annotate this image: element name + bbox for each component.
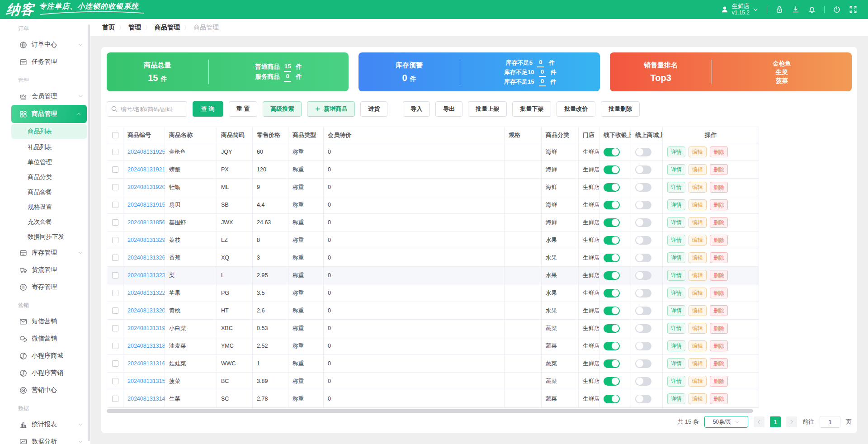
query-button[interactable]: 查 询 [193, 101, 223, 117]
row-checkbox[interactable] [112, 166, 118, 173]
sidebar-subitem-unit-management[interactable]: 单位管理 [0, 155, 90, 170]
product-code-link[interactable]: 20240813192122 [127, 166, 165, 173]
detail-row-button[interactable]: 详情 [667, 164, 685, 175]
edit-row-button[interactable]: 编辑 [689, 252, 707, 263]
sidebar-subitem-spec-settings[interactable]: 规格设置 [0, 199, 90, 214]
sidebar-scrollbar[interactable] [88, 24, 90, 441]
detail-row-button[interactable]: 详情 [667, 235, 685, 246]
detail-row-button[interactable]: 详情 [667, 323, 685, 334]
online-shelf-toggle[interactable] [635, 254, 651, 262]
sidebar-item-order-center[interactable]: 订单中心 [0, 36, 90, 53]
offline-shelf-toggle[interactable] [604, 183, 620, 192]
sidebar-subitem-goods-package[interactable]: 商品套餐 [0, 184, 90, 199]
offline-shelf-toggle[interactable] [604, 236, 620, 245]
batch-delete-button[interactable]: 批量删除 [601, 101, 640, 117]
detail-row-button[interactable]: 详情 [667, 199, 685, 210]
prev-page-button[interactable] [754, 416, 764, 427]
export-button[interactable]: 导出 [435, 101, 462, 117]
row-checkbox[interactable] [112, 290, 118, 296]
row-checkbox[interactable] [112, 184, 118, 190]
sidebar-item-miniapp-marketing[interactable]: 小程序营销 [0, 364, 90, 382]
edit-row-button[interactable]: 编辑 [689, 393, 707, 404]
offline-shelf-toggle[interactable] [604, 395, 620, 403]
sidebar-subitem-goods-category[interactable]: 商品分类 [0, 170, 90, 184]
sidebar-subitem-recharge-package[interactable]: 充次套餐 [0, 214, 90, 229]
bell-icon[interactable] [808, 5, 816, 14]
detail-row-button[interactable]: 详情 [667, 393, 685, 404]
sidebar-item-statistics-report[interactable]: 统计报表 [0, 416, 90, 433]
next-page-button[interactable] [786, 416, 797, 427]
delete-row-button[interactable]: 删除 [710, 305, 728, 316]
sidebar-item-stock-management[interactable]: 库存管理 [0, 244, 90, 261]
row-checkbox[interactable] [112, 202, 118, 208]
product-code-link[interactable]: 20240813132344 [127, 272, 165, 279]
product-code-link[interactable]: 20240813131526 [127, 378, 165, 384]
delete-row-button[interactable]: 删除 [710, 217, 728, 228]
batch-off-shelf-button[interactable]: 批量下架 [512, 101, 551, 117]
row-checkbox[interactable] [112, 343, 118, 349]
sidebar-item-logistics-management[interactable]: 货流管理 [0, 261, 90, 279]
online-shelf-toggle[interactable] [635, 218, 651, 227]
delete-row-button[interactable]: 删除 [710, 270, 728, 281]
edit-row-button[interactable]: 编辑 [689, 305, 707, 316]
product-code-link[interactable]: 20240813131809 [127, 343, 165, 349]
sidebar-subitem-gift-list[interactable]: 礼品列表 [0, 140, 90, 155]
edit-row-button[interactable]: 编辑 [689, 288, 707, 298]
row-checkbox[interactable] [112, 255, 118, 261]
search-input[interactable] [107, 101, 187, 117]
product-code-link[interactable]: 20240813131646 [127, 360, 165, 367]
sidebar-item-miniapp-mall[interactable]: 小程序商城 [0, 347, 90, 364]
page-size-select[interactable]: 50条/页 [704, 416, 748, 428]
detail-row-button[interactable]: 详情 [667, 305, 685, 316]
delete-row-button[interactable]: 删除 [710, 340, 728, 351]
offline-shelf-toggle[interactable] [604, 377, 620, 386]
delete-row-button[interactable]: 删除 [710, 376, 728, 387]
detail-row-button[interactable]: 详情 [667, 376, 685, 387]
detail-row-button[interactable]: 详情 [667, 288, 685, 298]
offline-shelf-toggle[interactable] [604, 271, 620, 280]
edit-row-button[interactable]: 编辑 [689, 358, 707, 369]
online-shelf-toggle[interactable] [635, 289, 651, 298]
online-shelf-toggle[interactable] [635, 165, 651, 174]
download-icon[interactable] [792, 5, 800, 14]
product-code-link[interactable]: 20240813192509 [127, 149, 165, 155]
reset-button[interactable]: 重 置 [229, 101, 258, 117]
delete-row-button[interactable]: 删除 [710, 288, 728, 298]
online-shelf-toggle[interactable] [635, 359, 651, 368]
online-shelf-toggle[interactable] [635, 307, 651, 315]
edit-row-button[interactable]: 编辑 [689, 217, 707, 228]
batch-on-shelf-button[interactable]: 批量上架 [468, 101, 507, 117]
row-checkbox[interactable] [112, 325, 118, 331]
sidebar-subitem-goods-list[interactable]: 商品列表 [11, 124, 87, 139]
sidebar-item-data-analysis[interactable]: 数据分析 [0, 433, 90, 444]
import-button[interactable]: 导入 [403, 101, 430, 117]
offline-shelf-toggle[interactable] [604, 254, 620, 262]
product-code-link[interactable]: 20240813131433 [127, 396, 165, 402]
product-code-link[interactable]: 20240813185633 [127, 219, 165, 226]
product-code-link[interactable]: 20240813132628 [127, 255, 165, 261]
product-code-link[interactable]: 20240813132059 [127, 307, 165, 314]
delete-row-button[interactable]: 删除 [710, 358, 728, 369]
delete-row-button[interactable]: 删除 [710, 199, 728, 210]
offline-shelf-toggle[interactable] [604, 289, 620, 298]
batch-price-button[interactable]: 批量改价 [557, 101, 595, 117]
fullscreen-icon[interactable] [849, 5, 857, 14]
online-shelf-toggle[interactable] [635, 377, 651, 386]
delete-row-button[interactable]: 删除 [710, 252, 728, 263]
horizontal-scrollbar[interactable] [107, 409, 753, 413]
breadcrumb-item[interactable]: 商品管理 [155, 24, 180, 32]
detail-row-button[interactable]: 详情 [667, 217, 685, 228]
edit-row-button[interactable]: 编辑 [689, 235, 707, 246]
row-checkbox[interactable] [112, 307, 118, 314]
online-shelf-toggle[interactable] [635, 183, 651, 192]
breadcrumb-item[interactable]: 首页 [102, 24, 115, 32]
sidebar-item-task-management[interactable]: 任务管理 [0, 53, 90, 71]
store-switcher[interactable]: 生鲜店 v1.15.2 [721, 3, 759, 16]
purchase-button[interactable]: 进货 [360, 101, 387, 117]
row-checkbox[interactable] [112, 272, 118, 279]
row-checkbox[interactable] [112, 378, 118, 384]
edit-row-button[interactable]: 编辑 [689, 146, 707, 157]
edit-row-button[interactable]: 编辑 [689, 340, 707, 351]
delete-row-button[interactable]: 删除 [710, 182, 728, 193]
edit-row-button[interactable]: 编辑 [689, 376, 707, 387]
